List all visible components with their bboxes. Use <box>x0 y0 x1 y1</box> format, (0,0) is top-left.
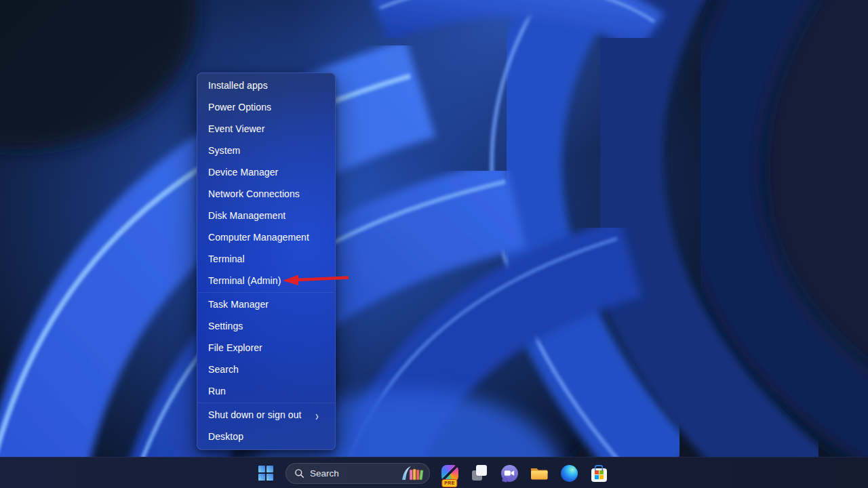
menu-item-power-options[interactable]: Power Options <box>197 96 335 118</box>
menu-item-label: Shut down or sign out <box>208 409 302 420</box>
menu-item-label: Terminal <box>208 253 245 264</box>
search-icon <box>294 468 304 479</box>
edge-button[interactable] <box>559 462 579 485</box>
menu-item-event-viewer[interactable]: Event Viewer <box>197 118 335 140</box>
chat-icon <box>501 465 518 482</box>
annotation-arrow <box>281 273 351 287</box>
menu-item-computer-management[interactable]: Computer Management <box>197 226 335 248</box>
menu-item-task-manager[interactable]: Task Manager <box>197 293 335 315</box>
start-button[interactable] <box>256 462 276 485</box>
menu-item-label: System <box>208 145 240 156</box>
menu-item-label: Computer Management <box>208 232 309 243</box>
menu-item-device-manager[interactable]: Device Manager <box>197 161 335 183</box>
desktop-wallpaper[interactable] <box>0 0 868 488</box>
screen: Installed apps Power Options Event Viewe… <box>0 0 868 488</box>
chat-button[interactable] <box>499 462 519 485</box>
menu-item-run[interactable]: Run <box>197 380 335 402</box>
microsoft-store-icon <box>591 468 607 482</box>
menu-item-file-explorer[interactable]: File Explorer <box>197 337 335 359</box>
menu-item-label: Settings <box>208 321 243 331</box>
copilot-preview-button[interactable]: PRE <box>439 462 460 485</box>
menu-item-search[interactable]: Search <box>197 359 335 380</box>
menu-item-label: Run <box>208 386 226 396</box>
winx-context-menu: Installed apps Power Options Event Viewe… <box>197 73 336 450</box>
menu-item-installed-apps[interactable]: Installed apps <box>197 75 335 96</box>
menu-item-label: Desktop <box>208 431 243 442</box>
menu-item-terminal[interactable]: Terminal <box>197 248 335 270</box>
taskbar-center-group: Search <box>256 458 609 488</box>
menu-item-settings[interactable]: Settings <box>197 315 335 337</box>
bloom-wallpaper-art <box>0 0 868 488</box>
task-view-button[interactable] <box>469 462 490 485</box>
microsoft-store-button[interactable] <box>589 462 609 485</box>
menu-item-label: Search <box>208 364 239 375</box>
preview-badge: PRE <box>441 479 457 487</box>
search-highlights-image <box>401 465 425 481</box>
edge-icon <box>561 465 578 482</box>
menu-item-label: File Explorer <box>208 342 262 353</box>
video-camera-icon <box>504 469 515 477</box>
taskbar: Search <box>0 457 868 488</box>
menu-item-label: Device Manager <box>208 167 278 178</box>
menu-item-label: Network Connections <box>208 188 300 199</box>
books-icon <box>410 469 423 480</box>
menu-separator <box>197 403 335 403</box>
file-explorer-button[interactable] <box>529 462 549 485</box>
menu-item-label: Disk Management <box>208 210 285 221</box>
menu-item-shut-down-or-sign-out[interactable]: Shut down or sign out › <box>197 404 335 426</box>
microsoft-logo-icon <box>595 470 604 479</box>
menu-separator <box>197 292 335 293</box>
menu-item-label: Power Options <box>208 102 271 113</box>
search-placeholder: Search <box>310 468 395 479</box>
menu-item-label: Terminal (Admin) <box>208 275 281 286</box>
menu-item-network-connections[interactable]: Network Connections <box>197 183 335 205</box>
taskbar-search[interactable]: Search <box>285 463 430 484</box>
menu-item-label: Task Manager <box>208 299 269 310</box>
windows-start-icon <box>258 466 273 481</box>
menu-item-label: Event Viewer <box>208 123 264 134</box>
menu-item-system[interactable]: System <box>197 140 335 161</box>
menu-item-label: Installed apps <box>208 80 268 91</box>
menu-item-disk-management[interactable]: Disk Management <box>197 205 335 226</box>
menu-item-desktop[interactable]: Desktop <box>197 426 335 447</box>
chevron-right-icon: › <box>315 408 319 422</box>
file-explorer-icon <box>530 466 548 481</box>
task-view-front-square-icon <box>476 465 487 476</box>
